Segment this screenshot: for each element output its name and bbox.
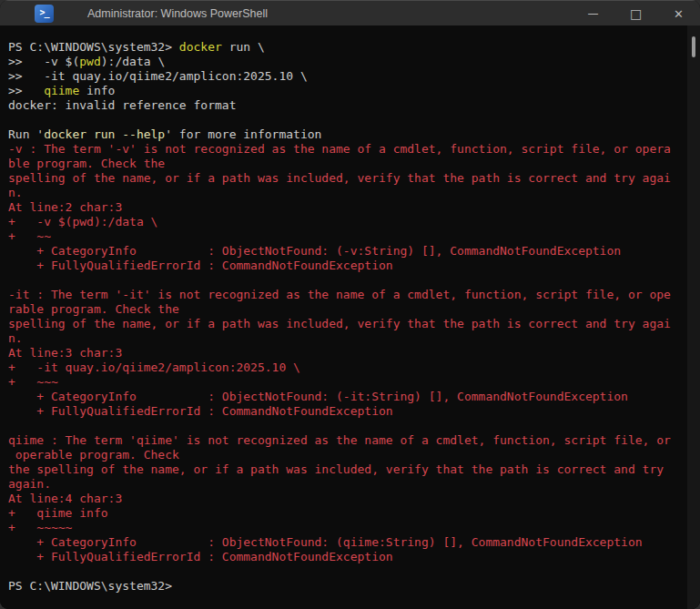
maximize-button[interactable]: □	[614, 1, 657, 26]
terminal-line: PS C:\WINDOWS\system32>	[8, 579, 687, 594]
window-controls: — □ ✕	[572, 1, 700, 26]
minimize-button[interactable]: —	[572, 1, 614, 26]
terminal-line: + FullyQualifiedErrorId : CommandNotFoun…	[8, 550, 687, 564]
terminal-line: + ~~~	[8, 375, 687, 390]
terminal-line: + CategoryInfo : ObjectNotFound: (qiime:…	[8, 535, 687, 550]
terminal-line	[8, 113, 687, 127]
terminal-line: the spelling of the name, or if a path w…	[8, 462, 687, 477]
close-button[interactable]: ✕	[657, 1, 700, 26]
titlebar[interactable]: >_ Administrator: Windows PowerShell — □…	[0, 0, 700, 25]
terminal-line: + qiime info	[8, 506, 687, 521]
terminal-line: + -it quay.io/qiime2/amplicon:2025.10 \	[8, 360, 687, 375]
terminal[interactable]: PS C:\WINDOWS\system32> docker run \>> -…	[0, 25, 700, 609]
terminal-line: PS C:\WINDOWS\system32> docker run \	[8, 40, 687, 55]
terminal-line: + CategoryInfo : ObjectNotFound: (-v:Str…	[8, 244, 687, 259]
window-title: Administrator: Windows PowerShell	[87, 1, 268, 26]
terminal-line: At line:2 char:3	[8, 200, 687, 215]
terminal-line	[8, 564, 687, 579]
terminal-line: again.	[8, 477, 687, 492]
terminal-line: + CategoryInfo : ObjectNotFound: (-it:St…	[8, 390, 687, 404]
terminal-line: + ~~~~~	[8, 521, 687, 535]
terminal-line: >> -it quay.io/qiime2/amplicon:2025.10 \	[8, 69, 687, 84]
terminal-line: >> -v $(pwd):/data \	[8, 55, 687, 69]
terminal-line: operable program. Check	[8, 448, 687, 462]
terminal-line: -v : The term '-v' is not recognized as …	[8, 142, 687, 157]
terminal-line: qiime : The term 'qiime' is not recogniz…	[8, 433, 687, 448]
terminal-output: PS C:\WINDOWS\system32> docker run \>> -…	[0, 25, 687, 609]
terminal-line	[8, 273, 687, 288]
terminal-line: + ~~	[8, 229, 687, 244]
terminal-line: rable program. Check the	[8, 302, 687, 317]
scrollbar[interactable]	[687, 25, 700, 609]
terminal-line: spelling of the name, or if a path was i…	[8, 171, 687, 186]
terminal-line: + -v $(pwd):/data \	[8, 215, 687, 229]
terminal-line: At line:3 char:3	[8, 346, 687, 360]
powershell-window: >_ Administrator: Windows PowerShell — □…	[0, 0, 700, 609]
terminal-line	[8, 419, 687, 433]
terminal-line: At line:4 char:3	[8, 492, 687, 506]
terminal-line: -it : The term '-it' is not recognized a…	[8, 288, 687, 302]
terminal-line: >> qiime info	[8, 84, 687, 98]
terminal-line: + FullyQualifiedErrorId : CommandNotFoun…	[8, 404, 687, 419]
terminal-line: docker: invalid reference format	[8, 98, 687, 113]
terminal-line: + FullyQualifiedErrorId : CommandNotFoun…	[8, 259, 687, 273]
terminal-line: Run 'docker run --help' for more informa…	[8, 127, 687, 142]
scrollbar-thumb[interactable]	[692, 36, 695, 57]
terminal-line: spelling of the name, or if a path was i…	[8, 317, 687, 331]
terminal-line: n.	[8, 186, 687, 200]
terminal-line: ble program. Check the	[8, 157, 687, 171]
powershell-icon: >_	[35, 5, 54, 23]
terminal-line: n.	[8, 331, 687, 346]
